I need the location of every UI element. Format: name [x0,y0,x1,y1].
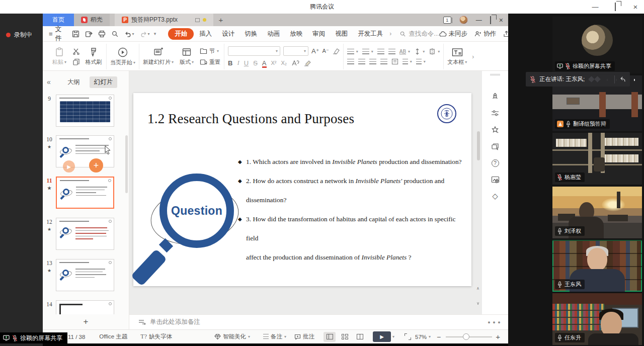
justify-button[interactable] [380,59,387,64]
video-tile-wang-speaking[interactable]: 王东风 [552,240,642,292]
find-icon[interactable] [111,30,119,38]
zoom-slider-knob[interactable] [463,333,469,340]
insert-slide-button[interactable]: + [89,158,103,172]
bold-button[interactable]: B [228,59,232,67]
minimize-button[interactable]: — [591,0,600,14]
ribbon-tab-transition[interactable]: 切换 [240,28,262,40]
collaborate-button[interactable]: 协作 [474,30,496,38]
smart-indent-button[interactable]: ▾ [416,59,426,64]
reset-button[interactable]: 重置 [200,58,220,66]
redo-dropdown[interactable]: ▾ [148,32,150,36]
sort-text-button[interactable]: ▾ [414,48,425,55]
text-direction-button[interactable]: AB▾ [399,49,410,54]
toolbar-overflow-chevron[interactable]: › [471,53,475,60]
switch-layers-icon[interactable] [490,141,501,152]
redo-icon[interactable] [140,30,147,38]
tab-slides[interactable]: 幻灯片 [90,76,118,88]
slide-bullets[interactable]: ◆1. Which actors are involved in Invisib… [239,152,468,267]
zoom-out-button[interactable]: − [437,333,441,341]
slide-thumbnail-10[interactable]: 10 ★ [43,135,129,167]
cut-icon[interactable] [72,48,80,55]
ribbon-tab-devtools[interactable]: 开发工具 [353,28,387,40]
slide-thumbnail-14[interactable]: 14 [43,300,129,314]
fit-slide-button[interactable] [405,333,411,340]
ribbon-tab-view[interactable]: 视图 [331,28,352,40]
missing-font-button[interactable]: T? 缺失字体 [140,333,172,340]
wps-minimize-button[interactable]: — [476,17,482,24]
strikethrough-button[interactable]: S [253,59,258,67]
smart-beautify-button[interactable]: 智能美化 ▾ [214,333,250,340]
highlight-icon[interactable] [304,60,312,66]
zoom-level[interactable]: 57% ▾ [415,334,431,340]
underline-button[interactable]: U [244,59,249,67]
font-color-button[interactable]: A [262,59,267,67]
italic-button[interactable]: I [237,59,239,67]
slideshow-play-button[interactable]: ▶ [373,331,391,342]
wps-close-button[interactable]: × [499,16,503,24]
play-from-slide-button[interactable]: ▶ [63,160,75,172]
video-tile-screen-share[interactable]: 徐颖的屏幕共享 [552,17,642,73]
ribbon-tab-home[interactable]: 开始 [168,28,194,40]
format-painter-button[interactable]: 格式刷 [85,47,103,66]
help-icon[interactable]: ? [490,157,501,168]
notes-more-button[interactable]: ● ● ● [480,314,508,329]
collapse-panel-button[interactable]: « [47,78,51,86]
zoom-slider[interactable] [446,336,492,337]
slide-title[interactable]: 1.2 Research Questions and Purposes [147,111,354,127]
align-objects-button[interactable]: ▾ [429,48,440,55]
undo-icon[interactable] [124,30,132,38]
image-tools-icon[interactable] [490,174,501,185]
close-button[interactable]: × [631,0,640,14]
superscript-button[interactable]: X² [271,60,277,66]
font-size-combobox[interactable]: ▾ [283,46,308,56]
theme-indicator[interactable]: Office 主题 [99,333,127,340]
reply-arrow-icon[interactable] [618,76,626,82]
ribbon-tab-insert[interactable]: 插入 [195,28,216,40]
notes-toggle-button[interactable]: 备注 ▾ [263,333,286,340]
copy-icon[interactable] [72,58,80,65]
notes-input[interactable]: 单击此处添加备注 [129,314,480,329]
textbox-button[interactable]: 文本框▾ [447,48,467,66]
add-slide-footer-button[interactable]: + [43,314,129,329]
tab-document[interactable]: P 预答辩PPT3.pptx [115,14,213,26]
more-tabs-chevron[interactable]: › [388,30,392,37]
bullets-button[interactable]: ▾ [347,49,358,54]
shape-diamond-icon[interactable]: ◇ [490,191,501,202]
slide-thumbnail-13[interactable]: 13 ★ [43,259,129,291]
save-icon[interactable] [72,30,79,38]
rail-handle[interactable] [490,74,500,75]
increase-indent-button[interactable] [388,49,395,54]
video-tile-liu[interactable]: 刘泽权 [552,187,642,238]
slide-thumbnail-11-selected[interactable]: 11 ★ [43,177,129,209]
phonetic-guide-icon[interactable] [291,59,299,66]
ribbon-tab-slideshow[interactable]: 放映 [285,28,307,40]
command-search[interactable]: 查找命令... [399,30,439,38]
ribbon-tab-animation[interactable]: 动画 [263,28,284,40]
video-tile-study-room[interactable]: 杨惠莹 [552,133,642,185]
effects-star-icon[interactable] [490,124,501,135]
align-right-button[interactable] [369,59,376,64]
sync-status-button[interactable]: 未同步 [439,30,468,38]
canvas-scrollbar[interactable]: ∧ ∧ [476,71,480,314]
clear-format-icon[interactable] [332,48,340,54]
view-sorter-button[interactable] [339,332,351,342]
restore-button[interactable] [611,0,620,14]
play-from-current-button[interactable]: 当页开始▾ [110,47,135,66]
section-button[interactable]: 节▾ [200,47,220,55]
font-family-combobox[interactable]: ▾ [228,46,280,56]
undo-dropdown[interactable]: ▾ [132,32,134,36]
line-spacing-button[interactable]: ▾ [403,59,412,64]
align-left-button[interactable] [347,59,354,64]
file-menu-button[interactable]: ≡ 文件 [43,25,67,43]
distribute-icon[interactable] [391,58,398,65]
slide-thumbnail-12[interactable]: 12 ★ [43,218,129,250]
slideshow-play-dropdown[interactable]: ▾ [392,334,394,339]
export-icon[interactable] [85,30,93,38]
video-tile-ren[interactable]: 任东升 [552,293,642,345]
pages-indicator-icon[interactable]: 1 [443,17,451,24]
comments-button[interactable]: 批注 [294,333,314,340]
increase-font-button[interactable]: A⁺ [311,47,319,55]
scroll-up-icon[interactable]: ∧ [475,286,480,291]
panel-scrollbar[interactable] [125,135,128,193]
new-slide-button[interactable]: 新建幻灯片▾ [143,47,174,66]
